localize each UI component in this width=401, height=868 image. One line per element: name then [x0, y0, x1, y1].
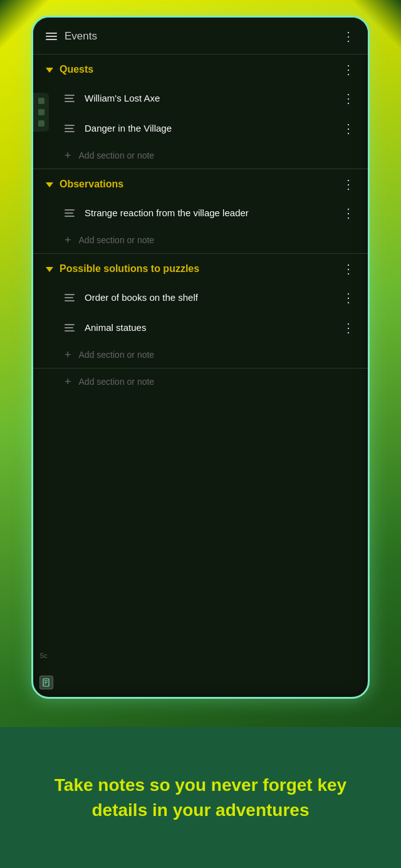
bg-top: Events ⋮ Quests ⋮ William's Lo: [0, 0, 401, 727]
order-of-books-icon: [65, 294, 75, 301]
observations-section-header[interactable]: Observations ⋮: [33, 170, 368, 198]
root-add-row[interactable]: + Add section or note: [33, 370, 368, 394]
williams-lost-axe-title: William's Lost Axe: [85, 92, 160, 105]
header-left: Events: [46, 30, 97, 43]
danger-in-village-left: Danger in the Village: [65, 122, 172, 135]
animal-statues-more-button[interactable]: ⋮: [342, 320, 355, 335]
divider-1: [33, 169, 368, 169]
app-header: Events ⋮: [33, 18, 368, 53]
app-wrapper: Events ⋮ Quests ⋮ William's Lo: [0, 0, 401, 868]
possible-solutions-section-title: Possible solutions to puzzles: [60, 263, 199, 275]
possible-solutions-more-button[interactable]: ⋮: [342, 261, 355, 276]
hamburger-icon[interactable]: [46, 33, 57, 40]
quests-more-button[interactable]: ⋮: [342, 62, 355, 77]
sidebar-dot-1: [38, 98, 44, 104]
order-of-books-more-button[interactable]: ⋮: [342, 290, 355, 305]
order-of-books-left: Order of books on the shelf: [65, 291, 198, 304]
divider-2: [33, 253, 368, 254]
order-of-books-row[interactable]: Order of books on the shelf ⋮: [33, 283, 368, 313]
williams-lost-axe-icon: [65, 95, 75, 102]
animal-statues-icon: [65, 324, 75, 332]
sidebar-dot-2: [38, 109, 44, 115]
device-frame: Events ⋮ Quests ⋮ William's Lo: [31, 16, 370, 699]
quests-section-title: Quests: [60, 64, 93, 75]
strange-reaction-title: Strange reaction from the village leader: [85, 207, 249, 219]
observations-add-icon: +: [65, 234, 71, 246]
notebook-icon-container: [39, 676, 53, 689]
bottom-section: Take notes so you never forget key detai…: [0, 727, 401, 868]
possible-solutions-header-left: Possible solutions to puzzles: [46, 263, 199, 275]
order-of-books-title: Order of books on the shelf: [85, 291, 198, 304]
quests-add-label: Add section or note: [79, 150, 155, 160]
scroll-indicator: Sc: [39, 652, 48, 659]
strange-reaction-row[interactable]: Strange reaction from the village leader…: [33, 198, 368, 228]
strange-reaction-left: Strange reaction from the village leader: [65, 207, 249, 219]
notebook-icon: [39, 676, 53, 689]
root-add-label: Add section or note: [79, 377, 155, 387]
header-title: Events: [65, 30, 97, 43]
strange-reaction-icon: [65, 209, 75, 217]
quests-section-header[interactable]: Quests ⋮: [33, 56, 368, 83]
divider-3: [33, 368, 368, 369]
danger-in-village-more-button[interactable]: ⋮: [342, 121, 355, 136]
quests-add-icon: +: [65, 150, 71, 161]
possible-solutions-section-header[interactable]: Possible solutions to puzzles ⋮: [33, 255, 368, 283]
sidebar-panel: [33, 93, 49, 132]
observations-more-button[interactable]: ⋮: [342, 177, 355, 192]
danger-in-village-icon: [65, 125, 75, 132]
observations-add-row[interactable]: + Add section or note: [33, 228, 368, 252]
williams-lost-axe-row[interactable]: William's Lost Axe ⋮: [33, 83, 368, 113]
root-add-icon: +: [65, 376, 71, 387]
observations-add-label: Add section or note: [79, 235, 155, 245]
danger-in-village-title: Danger in the Village: [85, 122, 172, 135]
possible-solutions-add-label: Add section or note: [79, 350, 155, 360]
quests-header-left: Quests: [46, 64, 93, 75]
observations-chevron-icon: [46, 182, 53, 187]
animal-statues-left: Animal statues: [65, 322, 146, 334]
header-divider: [33, 54, 368, 55]
animal-statues-row[interactable]: Animal statues ⋮: [33, 313, 368, 343]
danger-in-village-row[interactable]: Danger in the Village ⋮: [33, 113, 368, 144]
williams-lost-axe-left: William's Lost Axe: [65, 92, 160, 105]
quests-add-row[interactable]: + Add section or note: [33, 144, 368, 167]
strange-reaction-more-button[interactable]: ⋮: [342, 206, 355, 221]
observations-header-left: Observations: [46, 179, 123, 190]
animal-statues-title: Animal statues: [85, 322, 146, 334]
possible-solutions-add-icon: +: [65, 349, 71, 360]
observations-section-title: Observations: [60, 179, 123, 190]
header-more-button[interactable]: ⋮: [342, 29, 355, 44]
quests-chevron-icon: [46, 68, 53, 73]
sidebar-dot-3: [38, 120, 44, 127]
williams-lost-axe-more-button[interactable]: ⋮: [342, 91, 355, 106]
possible-solutions-chevron-icon: [46, 267, 53, 272]
possible-solutions-add-row[interactable]: + Add section or note: [33, 343, 368, 367]
bottom-tagline: Take notes so you never forget key detai…: [38, 773, 363, 822]
